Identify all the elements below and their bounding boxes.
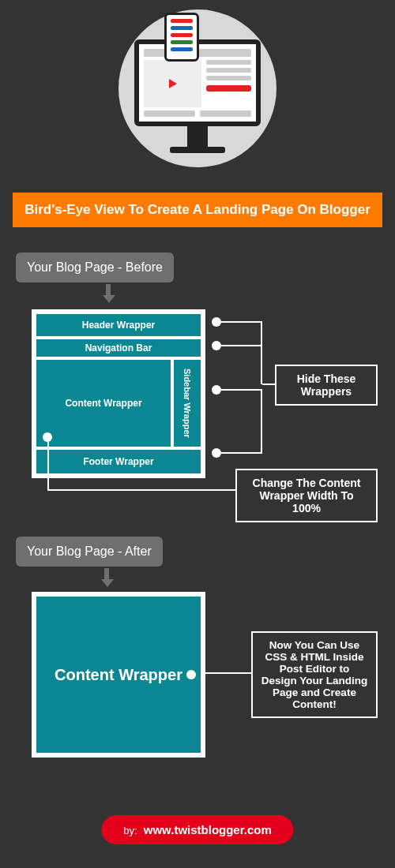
block-content-wrapper: Content Wrapper bbox=[36, 360, 171, 447]
connector-line bbox=[261, 321, 262, 384]
diagram-before: Header Wrapper Navigation Bar Content Wr… bbox=[32, 309, 205, 478]
connector-line bbox=[205, 672, 251, 674]
connector-dot bbox=[186, 670, 196, 679]
label-after: Your Blog Page - After bbox=[16, 537, 163, 567]
connector-line bbox=[221, 452, 261, 454]
connector-line bbox=[221, 345, 262, 346]
block-footer-wrapper: Footer Wrapper bbox=[36, 450, 201, 473]
connector-dot bbox=[212, 448, 221, 458]
connector-dot bbox=[212, 341, 221, 350]
connector-line bbox=[47, 434, 49, 489]
diagram-after: Content Wrapper bbox=[32, 592, 205, 758]
block-sidebar-wrapper: Sidebar Wrapper bbox=[174, 360, 201, 447]
play-icon bbox=[169, 79, 177, 88]
connector-line bbox=[47, 489, 235, 491]
credit-site: www.twistblogger.com bbox=[144, 823, 272, 836]
page-title: Bird's-Eye View To Create A Landing Page… bbox=[13, 193, 382, 227]
arrow-down-icon bbox=[103, 284, 114, 301]
connector-dot bbox=[212, 385, 221, 395]
block-content-label: Content Wrapper bbox=[55, 666, 182, 684]
callout-hide-wrappers: Hide These Wrappers bbox=[275, 365, 378, 406]
block-content-label: Content Wrapper bbox=[65, 398, 141, 409]
phone-icon bbox=[164, 13, 199, 62]
block-content-wrapper-full: Content Wrapper bbox=[36, 597, 201, 753]
connector-line bbox=[221, 321, 261, 323]
connector-dot bbox=[212, 317, 221, 327]
block-navigation-bar: Navigation Bar bbox=[36, 339, 201, 357]
connector-line bbox=[261, 389, 262, 454]
credit-badge: by: www.twistblogger.com bbox=[101, 815, 293, 844]
credit-by: by: bbox=[123, 825, 137, 836]
block-header-wrapper: Header Wrapper bbox=[36, 314, 201, 336]
arrow-down-icon bbox=[101, 568, 112, 586]
callout-design-content: Now You Can Use CSS & HTML Inside Post E… bbox=[251, 631, 378, 718]
connector-line bbox=[221, 389, 262, 391]
connector-line bbox=[262, 383, 275, 385]
hero-illustration bbox=[118, 9, 276, 167]
callout-change-width: Change The Content Wrapper Width To 100% bbox=[235, 469, 378, 522]
label-before: Your Blog Page - Before bbox=[16, 253, 174, 282]
